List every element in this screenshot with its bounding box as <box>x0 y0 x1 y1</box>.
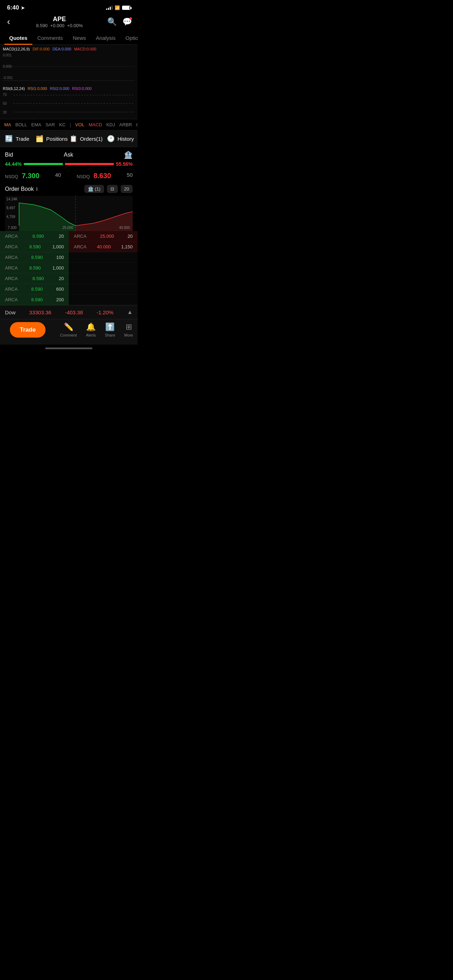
ob-ask-exchange-2: ARCA <box>74 244 86 250</box>
positions-label: Positions <box>46 136 68 142</box>
ob-bid-price-2: 8.590 <box>29 244 41 250</box>
bid-label: Bid <box>5 152 13 158</box>
tab-quotes[interactable]: Quotes <box>4 32 32 45</box>
ob-row-3: ARCA 8.590 100 <box>0 252 138 263</box>
ob-bid-5: ARCA 8.590 20 <box>0 274 69 284</box>
ob-ask-7-empty <box>69 294 138 305</box>
ob-ask-3-empty <box>69 252 138 263</box>
ask-price: 8.630 <box>94 172 111 180</box>
bid-ask-bar: 44.44% 55.56% <box>0 161 138 170</box>
bid-qty: 40 <box>55 172 61 180</box>
ob-bid-price-1: 8.590 <box>32 234 44 239</box>
positions-button[interactable]: 🗂️ Positions <box>35 130 69 147</box>
ticker-price-info: 8.590 +0.000 +0.00% <box>36 23 83 28</box>
ob-count-btn[interactable]: 20 <box>121 185 133 193</box>
ind-ma[interactable]: MA <box>4 122 11 127</box>
ob-bid-6: ARCA 8.590 600 <box>0 284 69 294</box>
ob-bid-qty-7: 200 <box>56 297 64 302</box>
ticker-change: +0.000 <box>50 23 64 28</box>
history-label: History <box>118 136 134 142</box>
ob-bid-4: ARCA 8.590 1,000 <box>0 263 69 274</box>
ask-exchange: NSDQ <box>76 174 90 179</box>
ob-view-count: 20 <box>124 186 129 192</box>
ob-bid-exchange-2: ARCA <box>5 244 17 250</box>
ob-row-2: ARCA 8.590 1,000 ARCA 40.000 1,150 <box>0 242 138 252</box>
bid-ask-header: Bid Ask 🏦 <box>0 147 138 161</box>
ind-boll[interactable]: BOLL <box>16 122 27 127</box>
tab-comments[interactable]: Comments <box>32 32 68 45</box>
nav-alerts[interactable]: 🔔 Alerts <box>86 323 95 337</box>
comment-icon: ✏️ <box>64 323 73 332</box>
ob-row-4: ARCA 8.590 1,000 <box>0 263 138 274</box>
back-button[interactable]: ‹ <box>6 15 12 29</box>
ob-x-labels: 7.300 25.000 40.000 <box>5 226 133 230</box>
ind-macd[interactable]: MACD <box>89 122 102 127</box>
macd-y2: 0.000 <box>3 65 13 68</box>
ask-label: Ask <box>64 152 73 158</box>
alerts-icon: 🔔 <box>86 323 95 332</box>
trade-icon: 🔄 <box>5 135 13 143</box>
status-bar: 6:40 ➤ 📶 <box>0 0 138 13</box>
status-icons: 📶 <box>106 5 130 10</box>
ob-ask-price-1: 25.000 <box>100 234 114 239</box>
ob-row-7: ARCA 8.590 200 <box>0 294 138 305</box>
ask-side: NSDQ 8.630 <box>76 172 111 180</box>
search-button[interactable]: 🔍 <box>107 17 117 27</box>
trade-button[interactable]: 🔄 Trade <box>0 130 35 147</box>
order-book-header: Order Book ℹ 🏦 (1) ⊟ 20 <box>0 182 138 196</box>
rsi-chart: 70 50 30 <box>3 92 135 117</box>
bid-price: 7.300 <box>22 172 40 180</box>
bid-bar <box>24 163 63 165</box>
ob-y1: 14.24K <box>6 197 17 201</box>
ind-sep: | <box>70 122 71 127</box>
location-icon: ➤ <box>21 5 25 11</box>
ob-bank-btn[interactable]: 🏦 (1) <box>84 185 104 193</box>
ind-vol[interactable]: VOL <box>75 122 84 127</box>
ob-bid-exchange-6: ARCA <box>5 286 17 292</box>
ind-arbr[interactable]: ARBR <box>119 122 132 127</box>
tab-news[interactable]: News <box>68 32 91 45</box>
orders-icon: 📋 <box>70 135 77 143</box>
tab-analysis[interactable]: Analysis <box>91 32 121 45</box>
rsi-y3: 30 <box>3 110 7 114</box>
macd-y1: 0.001 <box>3 53 13 57</box>
main-tabs: Quotes Comments News Analysis Options ☰ <box>0 32 138 45</box>
trade-pill-button[interactable]: Trade <box>10 322 46 337</box>
ob-bid-exchange-4: ARCA <box>5 265 17 270</box>
ind-ema[interactable]: EMA <box>32 122 41 127</box>
chevron-up-icon[interactable]: ▲ <box>127 309 133 315</box>
ob-bid-exchange-7: ARCA <box>5 297 17 302</box>
ob-bid-price-4: 8.590 <box>29 265 41 270</box>
macd-dea: DEA:0.000 <box>52 47 71 51</box>
ind-kc[interactable]: KC <box>59 122 66 127</box>
nav-share[interactable]: ⬆️ Share <box>105 323 115 337</box>
bank-icon[interactable]: 🏦 <box>124 151 133 159</box>
ob-bid-qty-3: 100 <box>56 255 64 260</box>
nav-more[interactable]: ⊞ More <box>124 323 133 337</box>
battery-icon <box>122 6 130 10</box>
ob-bid-qty-2: 1,000 <box>52 244 64 250</box>
ob-bid-qty-6: 600 <box>56 286 64 292</box>
signal-bar-4 <box>111 6 113 10</box>
macd-label: MACD(12,26,9) <box>3 47 30 51</box>
message-button[interactable]: 💬 <box>122 17 132 27</box>
battery-fill <box>122 6 129 10</box>
orders-button[interactable]: 📋 Orders(1) <box>69 130 103 147</box>
ob-y3: 4,759 <box>6 215 17 219</box>
macd-val: MACD:0.000 <box>74 47 96 51</box>
nav-comment[interactable]: ✏️ Comment <box>60 323 77 337</box>
ob-bid-exchange-3: ARCA <box>5 255 17 260</box>
history-icon: 🕐 <box>107 135 114 143</box>
ind-kdj[interactable]: KDJ <box>106 122 115 127</box>
rsi3-label: RSI3:0.000 <box>72 86 91 91</box>
bottom-ticker[interactable]: Dow 33303.36 -403.38 -1.20% ▲ <box>0 305 138 319</box>
rsi1-label: RSI1:0.000 <box>27 86 47 91</box>
ob-filter-btn[interactable]: ⊟ <box>107 185 118 193</box>
history-button[interactable]: 🕐 History <box>103 130 138 147</box>
nav-items: ✏️ Comment 🔔 Alerts ⬆️ Share ⊞ More <box>56 323 138 337</box>
ind-sar[interactable]: SAR <box>46 122 55 127</box>
macd-y3: -0.001 <box>3 76 13 80</box>
ind-cr[interactable]: CR <box>136 122 138 127</box>
tab-options[interactable]: Options <box>121 32 138 45</box>
ob-bid-7: ARCA 8.590 200 <box>0 294 69 305</box>
